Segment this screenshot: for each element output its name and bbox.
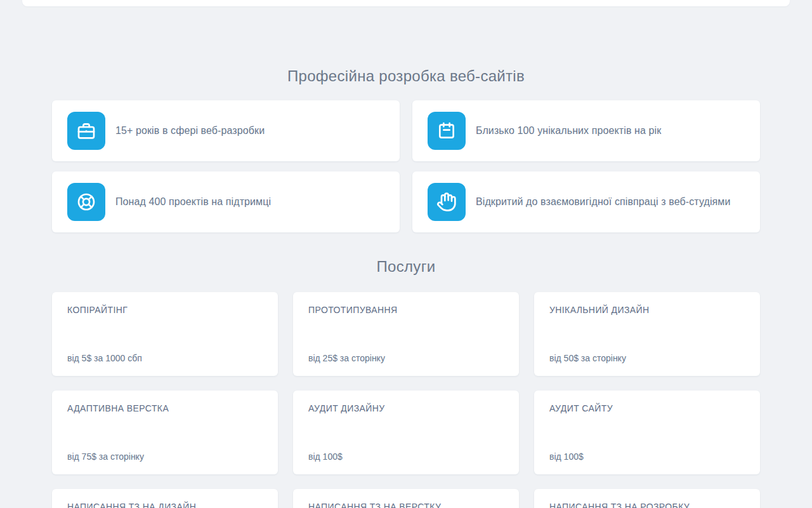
service-card-prototyping: ПРОТОТИПУВАННЯ від 25$ за сторінку [293,292,519,376]
service-price: від 100$ [308,451,343,462]
service-price: від 5$ за 1000 сбп [67,353,142,363]
service-title: НАПИСАННЯ ТЗ НА ДИЗАЙН [67,502,263,508]
features-grid: 15+ років в сфері веб-разробки Близько 1… [52,100,760,232]
lifebuoy-icon [67,183,105,221]
service-price: від 50$ за сторінку [549,353,626,363]
service-card-design-audit: АУДИТ ДИЗАЙНУ від 100$ [293,391,519,474]
feature-card-experience: 15+ років в сфері веб-разробки [52,100,400,161]
service-title: АДАПТИВНА ВЕРСТКА [67,403,263,414]
service-title: КОПІРАЙТІНГ [67,305,263,316]
service-card-design-spec: НАПИСАННЯ ТЗ НА ДИЗАЙН [52,489,278,508]
services-heading: Послуги [52,258,760,276]
service-title: АУДИТ ДИЗАЙНУ [308,403,504,414]
service-title: НАПИСАННЯ ТЗ НА РОЗРОБКУ [549,502,745,508]
service-card-unique-design: УНІКАЛЬНИЙ ДИЗАЙН від 50$ за сторінку [534,292,760,376]
service-price: від 25$ за сторінку [308,353,385,363]
service-title: УНІКАЛЬНИЙ ДИЗАЙН [549,305,745,316]
service-price: від 100$ [549,451,584,462]
service-title: ПРОТОТИПУВАННЯ [308,305,504,316]
raised-hand-icon [428,183,466,221]
service-card-copywriting: КОПІРАЙТІНГ від 5$ за 1000 сбп [52,292,278,376]
service-card-markup-spec: НАПИСАННЯ ТЗ НА ВЕРСТКУ [293,489,519,508]
page-title: Професійна розробка веб-сайтів [52,67,760,85]
feature-text: Понад 400 проектів на підтримці [115,196,271,208]
service-card-responsive-markup: АДАПТИВНА ВЕРСТКА від 75$ за сторінку [52,391,278,474]
briefcase-icon [67,112,105,150]
services-grid: КОПІРАЙТІНГ від 5$ за 1000 сбп ПРОТОТИПУ… [52,292,760,508]
feature-text: Близько 100 унікальних проектів на рік [476,125,661,137]
feature-text: 15+ років в сфері веб-разробки [115,125,265,137]
scrolled-header-card-bottom-edge [22,0,790,6]
main-content: Професійна розробка веб-сайтів 15+ років… [52,0,760,508]
feature-card-support: Понад 400 проектів на підтримці [52,171,400,232]
service-price: від 75$ за сторінку [67,451,144,462]
service-card-site-audit: АУДИТ САЙТУ від 100$ [534,391,760,474]
service-title: НАПИСАННЯ ТЗ НА ВЕРСТКУ [308,502,504,508]
page-root: Професійна розробка веб-сайтів 15+ років… [0,0,812,508]
service-title: АУДИТ САЙТУ [549,403,745,414]
feature-text: Відкритий до взаємовигідної співпраці з … [476,196,730,208]
service-card-development-spec: НАПИСАННЯ ТЗ НА РОЗРОБКУ [534,489,760,508]
calendar-icon [428,112,466,150]
feature-card-projects-per-year: Близько 100 унікальних проектів на рік [412,100,760,161]
feature-card-cooperation: Відкритий до взаємовигідної співпраці з … [412,171,760,232]
